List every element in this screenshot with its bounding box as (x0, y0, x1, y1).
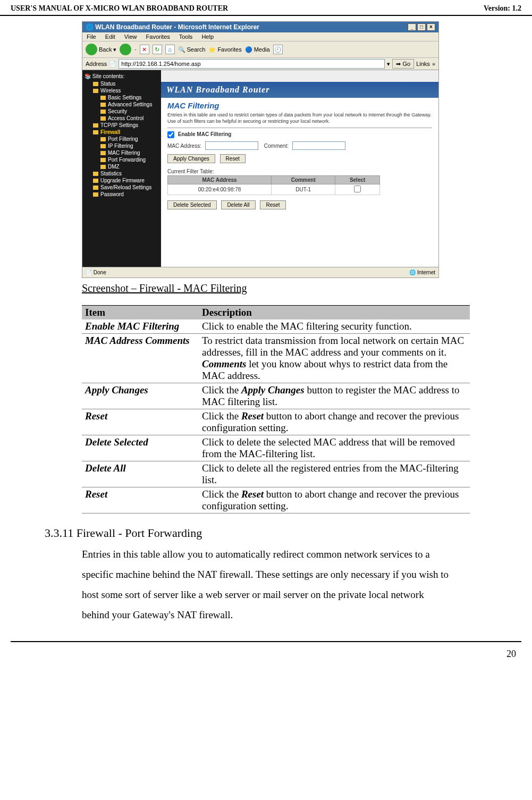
apply-changes-button[interactable]: Apply Changes (167, 154, 215, 163)
sidebar-item[interactable]: Basic Settings (83, 94, 160, 101)
cell-description: To restrict data transmission from local… (199, 334, 470, 383)
status-zone: 🌐 Internet (409, 270, 435, 275)
back-button[interactable]: Back ▾ (86, 44, 116, 55)
address-dropdown-icon[interactable]: ▾ (387, 61, 390, 68)
home-button[interactable]: ⌂ (165, 45, 175, 54)
folder-icon (100, 144, 106, 148)
links-chevron-icon[interactable]: » (432, 61, 435, 67)
menu-edit[interactable]: Edit (105, 33, 115, 40)
folder-icon (93, 179, 98, 183)
go-button[interactable]: ➡ Go (392, 59, 414, 69)
forward-button[interactable] (120, 44, 131, 55)
sidebar-item-label: Security (108, 108, 127, 114)
search-button[interactable]: 🔍 Search (178, 46, 206, 53)
sidebar-item[interactable]: Advanced Settings (83, 101, 160, 108)
cell-description: Click the Reset button to abort change a… (199, 409, 470, 435)
sidebar-item[interactable]: Port Filtering (83, 136, 160, 142)
sidebar-item[interactable]: Firewall (83, 129, 160, 136)
sidebar-item-label: Advanced Settings (108, 102, 152, 107)
row-select-checkbox[interactable] (354, 186, 361, 192)
links-label[interactable]: Links (416, 61, 430, 67)
table-row: MAC Address CommentsTo restrict data tra… (82, 334, 470, 383)
sidebar-item[interactable]: Password (83, 191, 160, 198)
table-row: ResetClick the Reset button to abort cha… (82, 409, 470, 435)
sidebar-item-label: Upgrade Firmware (100, 178, 145, 183)
sidebar-item[interactable]: TCP/IP Settings (83, 122, 160, 129)
sidebar-item[interactable]: Statistics (83, 170, 160, 177)
sidebar-item[interactable]: Save/Reload Settings (83, 184, 160, 191)
reset-button[interactable]: Reset (220, 154, 246, 163)
cell-description: Click the Reset button to abort change a… (199, 487, 470, 513)
cell-mac: 00:20:e4:00:98:78 (168, 184, 272, 195)
folder-icon (93, 130, 98, 134)
cell-item: Delete All (82, 461, 199, 487)
header-left: USER'S MANUAL OF X-MICRO WLAN BROADBAND … (11, 4, 228, 13)
cell-description: Click to enable the MAC filtering securi… (199, 319, 470, 334)
cell-item: Enable MAC Filtering (82, 319, 199, 334)
sidebar-item-label: Wireless (100, 88, 121, 94)
page-icon: 📄 (109, 61, 116, 68)
table-row: Delete SelectedClick to delete the selec… (82, 435, 470, 461)
media-button[interactable]: 🔵 Media (245, 46, 270, 53)
page-header: USER'S MANUAL OF X-MICRO WLAN BROADBAND … (0, 0, 532, 16)
section-body: Entries in this table allow you to autom… (82, 544, 450, 625)
header-right: Version: 1.2 (484, 4, 521, 13)
delete-all-button[interactable]: Delete All (221, 200, 255, 209)
mac-address-input[interactable] (205, 141, 258, 150)
cell-item: Reset (82, 487, 199, 513)
sidebar-item-label: IP Filtering (108, 143, 133, 149)
sidebar-item[interactable]: Port Forwarding (83, 156, 160, 163)
sidebar-item[interactable]: Security (83, 108, 160, 115)
sidebar-item-label: Password (100, 191, 124, 197)
folder-icon (93, 186, 98, 190)
sidebar-item-label: Status (100, 81, 115, 87)
enable-mac-checkbox[interactable] (167, 131, 174, 138)
sidebar-item-label: Port Filtering (108, 136, 138, 142)
folder-icon (93, 192, 98, 197)
maximize-icon[interactable]: □ (417, 23, 426, 31)
folder-icon (93, 89, 98, 93)
address-bar: Address 📄 ▾ ➡ Go Links » (82, 58, 438, 70)
menu-tools[interactable]: Tools (179, 33, 193, 40)
address-label: Address (86, 61, 107, 67)
cell-description: Click to delete all the registered entri… (199, 461, 470, 487)
menu-favorites[interactable]: Favorites (146, 33, 170, 40)
sidebar-item[interactable]: DMZ (83, 163, 160, 170)
reset-button-2[interactable]: Reset (260, 200, 285, 209)
current-filter-table-label: Current Filter Table: (167, 169, 432, 174)
address-input[interactable] (119, 59, 385, 69)
window-controls: _ □ × (408, 23, 435, 31)
menu-help[interactable]: Help (201, 33, 214, 40)
sidebar-item-label: DMZ (108, 164, 120, 170)
minimize-icon[interactable]: _ (408, 23, 416, 31)
sidebar-item[interactable]: Wireless (83, 87, 160, 94)
th-description: Description (199, 306, 470, 320)
stop-button[interactable]: ✕ (140, 45, 149, 54)
sidebar-item[interactable]: IP Filtering (83, 142, 160, 149)
comment-input[interactable] (292, 141, 345, 150)
folder-icon (100, 158, 106, 162)
favorites-button[interactable]: ⭐ Favorites (208, 46, 241, 53)
sidebar-item[interactable]: Access Control (83, 115, 160, 122)
sidebar-item[interactable]: MAC Filtering (83, 149, 160, 156)
cell-item: Reset (82, 409, 199, 435)
close-icon[interactable]: × (427, 23, 435, 31)
th-item: Item (82, 306, 199, 320)
sidebar-item[interactable]: Upgrade Firmware (83, 177, 160, 184)
toolbar: Back ▾ · ✕ ↻ ⌂ 🔍 Search ⭐ Favorites 🔵 Me… (82, 41, 438, 58)
refresh-button[interactable]: ↻ (153, 45, 162, 54)
history-button[interactable]: 🕘 (273, 45, 283, 54)
cell-comment: DUT-1 (272, 184, 335, 195)
delete-selected-button[interactable]: Delete Selected (167, 200, 217, 209)
titlebar: 🌐 WLAN Broadband Router - Microsoft Inte… (82, 22, 438, 32)
cell-item: Delete Selected (82, 435, 199, 461)
folder-icon (100, 151, 106, 155)
description-table: Item Description Enable MAC FilteringCli… (82, 305, 470, 513)
screenshot-caption: Screenshot – Firewall - MAC Filtering (82, 282, 450, 294)
th-comment: Comment (272, 176, 335, 184)
sidebar-item[interactable]: Status (83, 80, 160, 87)
menu-view[interactable]: View (124, 33, 137, 40)
menu-file[interactable]: File (87, 33, 96, 40)
sidebar-item-label: Basic Settings (108, 95, 141, 100)
folder-icon (100, 96, 106, 100)
